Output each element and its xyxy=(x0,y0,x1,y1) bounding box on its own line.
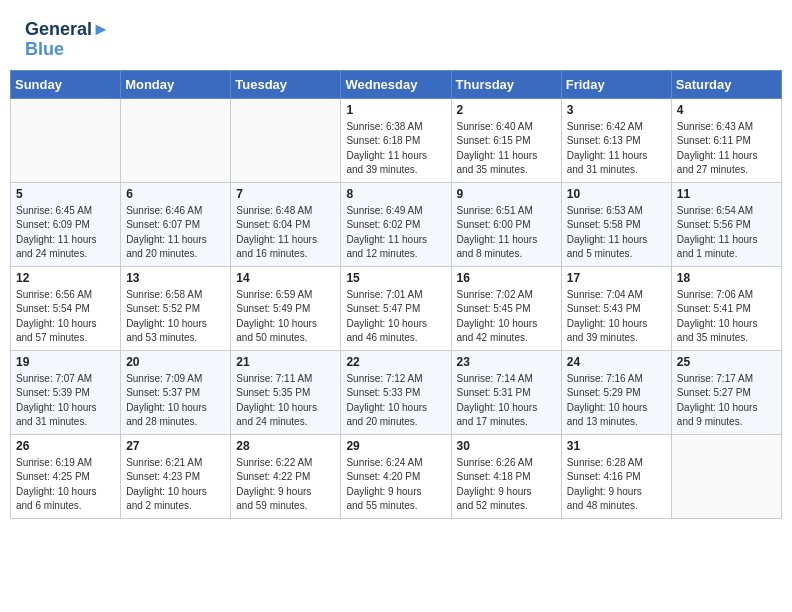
day-number: 10 xyxy=(567,187,666,201)
day-info: Sunrise: 6:38 AM Sunset: 6:18 PM Dayligh… xyxy=(346,120,445,178)
day-number: 25 xyxy=(677,355,776,369)
logo-line1: General► xyxy=(25,20,110,40)
weekday-header-cell: Monday xyxy=(121,70,231,98)
weekday-header-cell: Friday xyxy=(561,70,671,98)
calendar-day-cell: 24Sunrise: 7:16 AM Sunset: 5:29 PM Dayli… xyxy=(561,350,671,434)
calendar-day-cell: 20Sunrise: 7:09 AM Sunset: 5:37 PM Dayli… xyxy=(121,350,231,434)
day-info: Sunrise: 6:54 AM Sunset: 5:56 PM Dayligh… xyxy=(677,204,776,262)
day-number: 9 xyxy=(457,187,556,201)
day-number: 5 xyxy=(16,187,115,201)
calendar-week-row: 5Sunrise: 6:45 AM Sunset: 6:09 PM Daylig… xyxy=(11,182,782,266)
calendar-day-cell: 17Sunrise: 7:04 AM Sunset: 5:43 PM Dayli… xyxy=(561,266,671,350)
calendar-day-cell: 5Sunrise: 6:45 AM Sunset: 6:09 PM Daylig… xyxy=(11,182,121,266)
calendar-day-cell: 12Sunrise: 6:56 AM Sunset: 5:54 PM Dayli… xyxy=(11,266,121,350)
calendar-week-row: 19Sunrise: 7:07 AM Sunset: 5:39 PM Dayli… xyxy=(11,350,782,434)
day-info: Sunrise: 6:48 AM Sunset: 6:04 PM Dayligh… xyxy=(236,204,335,262)
day-info: Sunrise: 7:17 AM Sunset: 5:27 PM Dayligh… xyxy=(677,372,776,430)
day-number: 19 xyxy=(16,355,115,369)
day-number: 29 xyxy=(346,439,445,453)
day-info: Sunrise: 6:22 AM Sunset: 4:22 PM Dayligh… xyxy=(236,456,335,514)
logo-text: General► Blue xyxy=(25,20,110,60)
calendar-day-cell: 16Sunrise: 7:02 AM Sunset: 5:45 PM Dayli… xyxy=(451,266,561,350)
day-info: Sunrise: 7:11 AM Sunset: 5:35 PM Dayligh… xyxy=(236,372,335,430)
calendar-day-cell xyxy=(121,98,231,182)
day-info: Sunrise: 6:43 AM Sunset: 6:11 PM Dayligh… xyxy=(677,120,776,178)
calendar-week-row: 1Sunrise: 6:38 AM Sunset: 6:18 PM Daylig… xyxy=(11,98,782,182)
day-info: Sunrise: 6:58 AM Sunset: 5:52 PM Dayligh… xyxy=(126,288,225,346)
day-info: Sunrise: 6:51 AM Sunset: 6:00 PM Dayligh… xyxy=(457,204,556,262)
calendar-day-cell: 2Sunrise: 6:40 AM Sunset: 6:15 PM Daylig… xyxy=(451,98,561,182)
logo-line2: Blue xyxy=(25,40,110,60)
day-number: 30 xyxy=(457,439,556,453)
day-info: Sunrise: 7:01 AM Sunset: 5:47 PM Dayligh… xyxy=(346,288,445,346)
calendar-day-cell: 19Sunrise: 7:07 AM Sunset: 5:39 PM Dayli… xyxy=(11,350,121,434)
calendar-day-cell: 13Sunrise: 6:58 AM Sunset: 5:52 PM Dayli… xyxy=(121,266,231,350)
day-info: Sunrise: 6:40 AM Sunset: 6:15 PM Dayligh… xyxy=(457,120,556,178)
day-info: Sunrise: 7:14 AM Sunset: 5:31 PM Dayligh… xyxy=(457,372,556,430)
weekday-header-row: SundayMondayTuesdayWednesdayThursdayFrid… xyxy=(11,70,782,98)
day-number: 28 xyxy=(236,439,335,453)
header: General► Blue xyxy=(10,10,782,65)
day-number: 3 xyxy=(567,103,666,117)
day-info: Sunrise: 7:02 AM Sunset: 5:45 PM Dayligh… xyxy=(457,288,556,346)
day-number: 13 xyxy=(126,271,225,285)
day-info: Sunrise: 7:04 AM Sunset: 5:43 PM Dayligh… xyxy=(567,288,666,346)
day-number: 31 xyxy=(567,439,666,453)
calendar-day-cell: 8Sunrise: 6:49 AM Sunset: 6:02 PM Daylig… xyxy=(341,182,451,266)
weekday-header-cell: Saturday xyxy=(671,70,781,98)
day-number: 6 xyxy=(126,187,225,201)
calendar-day-cell: 14Sunrise: 6:59 AM Sunset: 5:49 PM Dayli… xyxy=(231,266,341,350)
day-info: Sunrise: 7:07 AM Sunset: 5:39 PM Dayligh… xyxy=(16,372,115,430)
weekday-header-cell: Thursday xyxy=(451,70,561,98)
day-number: 8 xyxy=(346,187,445,201)
calendar-day-cell: 26Sunrise: 6:19 AM Sunset: 4:25 PM Dayli… xyxy=(11,434,121,518)
calendar-day-cell: 21Sunrise: 7:11 AM Sunset: 5:35 PM Dayli… xyxy=(231,350,341,434)
day-number: 16 xyxy=(457,271,556,285)
day-number: 20 xyxy=(126,355,225,369)
logo: General► Blue xyxy=(25,20,110,60)
calendar-table: SundayMondayTuesdayWednesdayThursdayFrid… xyxy=(10,70,782,519)
calendar-day-cell: 28Sunrise: 6:22 AM Sunset: 4:22 PM Dayli… xyxy=(231,434,341,518)
day-info: Sunrise: 7:09 AM Sunset: 5:37 PM Dayligh… xyxy=(126,372,225,430)
day-number: 2 xyxy=(457,103,556,117)
weekday-header-cell: Wednesday xyxy=(341,70,451,98)
day-number: 17 xyxy=(567,271,666,285)
calendar-day-cell: 22Sunrise: 7:12 AM Sunset: 5:33 PM Dayli… xyxy=(341,350,451,434)
calendar-day-cell: 4Sunrise: 6:43 AM Sunset: 6:11 PM Daylig… xyxy=(671,98,781,182)
day-info: Sunrise: 6:26 AM Sunset: 4:18 PM Dayligh… xyxy=(457,456,556,514)
day-info: Sunrise: 6:24 AM Sunset: 4:20 PM Dayligh… xyxy=(346,456,445,514)
day-info: Sunrise: 6:53 AM Sunset: 5:58 PM Dayligh… xyxy=(567,204,666,262)
day-info: Sunrise: 7:16 AM Sunset: 5:29 PM Dayligh… xyxy=(567,372,666,430)
calendar-week-row: 12Sunrise: 6:56 AM Sunset: 5:54 PM Dayli… xyxy=(11,266,782,350)
calendar-day-cell xyxy=(671,434,781,518)
calendar-day-cell: 11Sunrise: 6:54 AM Sunset: 5:56 PM Dayli… xyxy=(671,182,781,266)
day-number: 26 xyxy=(16,439,115,453)
calendar-day-cell: 31Sunrise: 6:28 AM Sunset: 4:16 PM Dayli… xyxy=(561,434,671,518)
calendar-day-cell: 9Sunrise: 6:51 AM Sunset: 6:00 PM Daylig… xyxy=(451,182,561,266)
calendar-day-cell: 3Sunrise: 6:42 AM Sunset: 6:13 PM Daylig… xyxy=(561,98,671,182)
calendar-day-cell: 25Sunrise: 7:17 AM Sunset: 5:27 PM Dayli… xyxy=(671,350,781,434)
day-info: Sunrise: 6:49 AM Sunset: 6:02 PM Dayligh… xyxy=(346,204,445,262)
calendar-day-cell: 15Sunrise: 7:01 AM Sunset: 5:47 PM Dayli… xyxy=(341,266,451,350)
day-info: Sunrise: 6:45 AM Sunset: 6:09 PM Dayligh… xyxy=(16,204,115,262)
day-number: 11 xyxy=(677,187,776,201)
calendar-day-cell: 1Sunrise: 6:38 AM Sunset: 6:18 PM Daylig… xyxy=(341,98,451,182)
day-number: 18 xyxy=(677,271,776,285)
day-info: Sunrise: 6:59 AM Sunset: 5:49 PM Dayligh… xyxy=(236,288,335,346)
calendar-day-cell: 7Sunrise: 6:48 AM Sunset: 6:04 PM Daylig… xyxy=(231,182,341,266)
calendar-day-cell: 23Sunrise: 7:14 AM Sunset: 5:31 PM Dayli… xyxy=(451,350,561,434)
calendar-day-cell xyxy=(11,98,121,182)
day-number: 24 xyxy=(567,355,666,369)
calendar-week-row: 26Sunrise: 6:19 AM Sunset: 4:25 PM Dayli… xyxy=(11,434,782,518)
day-info: Sunrise: 6:28 AM Sunset: 4:16 PM Dayligh… xyxy=(567,456,666,514)
day-number: 1 xyxy=(346,103,445,117)
day-info: Sunrise: 7:12 AM Sunset: 5:33 PM Dayligh… xyxy=(346,372,445,430)
calendar-day-cell: 6Sunrise: 6:46 AM Sunset: 6:07 PM Daylig… xyxy=(121,182,231,266)
day-number: 23 xyxy=(457,355,556,369)
calendar-body: 1Sunrise: 6:38 AM Sunset: 6:18 PM Daylig… xyxy=(11,98,782,518)
weekday-header-cell: Tuesday xyxy=(231,70,341,98)
day-info: Sunrise: 7:06 AM Sunset: 5:41 PM Dayligh… xyxy=(677,288,776,346)
day-number: 22 xyxy=(346,355,445,369)
day-info: Sunrise: 6:21 AM Sunset: 4:23 PM Dayligh… xyxy=(126,456,225,514)
day-info: Sunrise: 6:46 AM Sunset: 6:07 PM Dayligh… xyxy=(126,204,225,262)
